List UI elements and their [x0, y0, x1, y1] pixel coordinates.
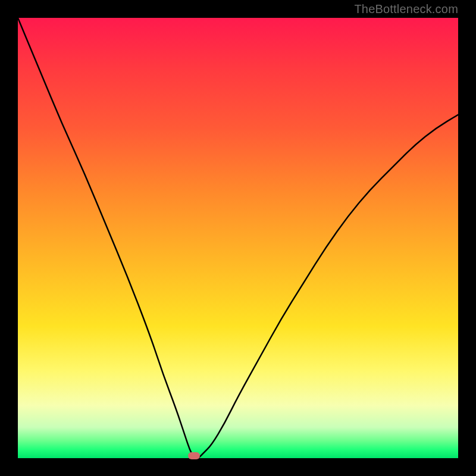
- bottleneck-curve: [18, 18, 458, 458]
- plot-area: [18, 18, 458, 458]
- chart-frame: TheBottleneck.com: [0, 0, 476, 476]
- watermark-text: TheBottleneck.com: [354, 2, 458, 16]
- optimal-point-marker: [188, 452, 200, 459]
